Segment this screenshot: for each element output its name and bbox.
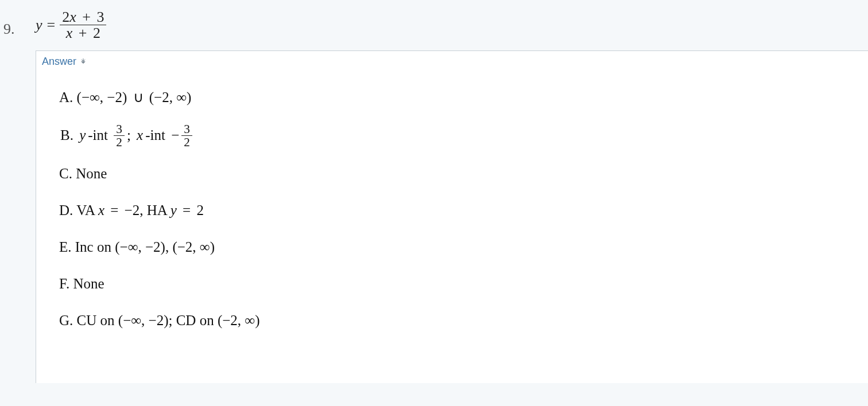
comma-d: , — [140, 202, 143, 218]
num-coef: 2 — [62, 9, 69, 25]
comma-a1: , — [100, 89, 103, 105]
ha-val: 2 — [196, 202, 204, 218]
answer-item-e: E. Inc on (−∞, −2), (−2, ∞) — [59, 236, 851, 259]
yint-fraction: 3 2 — [114, 123, 125, 149]
answer-item-g: G. CU on (−∞, −2); CD on (−2, ∞) — [59, 309, 851, 332]
label-g: G. — [59, 313, 73, 328]
yint-den: 2 — [114, 135, 125, 149]
interval-a1-open: ( — [77, 89, 82, 105]
answer-header-label: Answer — [42, 56, 76, 68]
xint-var: x — [137, 124, 143, 147]
neg2-e2: −2 — [177, 239, 193, 255]
question-fraction: 2x + 3 x + 2 — [60, 9, 106, 41]
answer-content: A. (−∞, −2) ∪ (−2, ∞) B. y-int 3 2 ; x-i… — [36, 70, 868, 358]
va-eq: = — [110, 202, 118, 218]
inc-text: Inc on — [75, 239, 111, 255]
label-e: E. — [59, 239, 72, 255]
interval-e2-open: ( — [172, 239, 177, 255]
answer-item-b: B. y-int 3 2 ; x-int − 3 2 — [59, 123, 851, 149]
interval-g2-open: ( — [218, 313, 222, 328]
den-var: x — [66, 25, 73, 41]
answer-item-a: A. (−∞, −2) ∪ (−2, ∞) — [59, 86, 851, 109]
cu-text: CU on — [77, 313, 115, 328]
text-f: None — [73, 276, 104, 291]
interval-e1-open: ( — [115, 239, 119, 255]
yint-num: 3 — [114, 123, 125, 135]
interval-a1-close: ) — [122, 89, 127, 105]
comma-e1: , — [138, 239, 141, 255]
minus-b: − — [171, 124, 179, 147]
neg2-e1: −2 — [145, 239, 161, 255]
label-f: F. — [59, 276, 69, 291]
ha-eq: = — [183, 202, 191, 218]
comma-e2: , — [192, 239, 196, 255]
yint-text: -int — [88, 124, 108, 147]
xint-den: 2 — [181, 135, 192, 149]
question-row: 9. y = 2x + 3 x + 2 — [0, 0, 868, 50]
den-const: 2 — [93, 25, 100, 41]
answer-item-f: F. None — [59, 272, 851, 295]
page-root: 9. y = 2x + 3 x + 2 — [0, 0, 868, 406]
ha-var: y — [170, 202, 177, 218]
xint-text: -int — [145, 124, 165, 147]
num-const: 3 — [96, 9, 104, 25]
sep-b: ; — [127, 124, 131, 147]
label-c: C. — [59, 166, 72, 181]
den-op: + — [79, 25, 87, 41]
interval-e1-close: ) — [161, 239, 165, 255]
label-b: B. — [60, 124, 73, 147]
question-body: y = 2x + 3 x + 2 — [34, 9, 107, 41]
interval-a2-close: ) — [187, 89, 191, 105]
neg2-g2: −2 — [222, 313, 238, 328]
comma-g1: , — [141, 313, 145, 328]
equals-sign: = — [47, 17, 56, 34]
interval-g2-close: ) — [255, 313, 259, 328]
neg2-a2: −2 — [154, 89, 169, 105]
inf-a2: ∞ — [176, 89, 187, 105]
question-number: 9. — [3, 9, 26, 38]
neg-inf-e1: −∞ — [120, 239, 138, 255]
chevron-down-icon — [80, 57, 87, 66]
union-symbol: ∪ — [133, 89, 144, 105]
va-val: −2 — [125, 202, 140, 218]
ha-text: HA — [147, 202, 167, 218]
neg-inf-a1: −∞ — [82, 89, 100, 105]
answer-item-d: D. VA x = −2, HA y = 2 — [59, 199, 851, 222]
comma-g2: , — [238, 313, 241, 328]
inf-e2: ∞ — [200, 239, 210, 255]
neg2-a1: −2 — [107, 89, 122, 105]
comma-a2: , — [169, 89, 173, 105]
neg-inf-g1: −∞ — [123, 313, 141, 328]
sep-g: ; — [168, 313, 172, 328]
answer-panel: Answer A. (−∞, −2) ∪ (−2, ∞) B. y-int — [36, 50, 868, 383]
num-var: x — [69, 9, 76, 25]
interval-g1-open: ( — [118, 313, 123, 328]
neg2-g1: −2 — [149, 313, 164, 328]
num-op: + — [82, 9, 91, 25]
va-text: VA — [76, 202, 95, 218]
inf-g2: ∞ — [245, 313, 255, 328]
interval-a2-open: ( — [149, 89, 154, 105]
cd-text: CD on — [176, 313, 214, 328]
var-y: y — [36, 17, 42, 34]
label-a: A. — [59, 89, 73, 105]
va-var: x — [98, 202, 104, 218]
xint-fraction: 3 2 — [181, 123, 192, 149]
xint-num: 3 — [181, 123, 192, 135]
sep-e: , — [165, 239, 169, 255]
answer-toggle[interactable]: Answer — [36, 51, 94, 70]
label-d: D. — [59, 202, 73, 218]
yint-var: y — [79, 124, 86, 147]
interval-e2-close: ) — [210, 239, 215, 255]
answer-item-c: C. None — [59, 162, 851, 185]
text-c: None — [76, 166, 107, 181]
